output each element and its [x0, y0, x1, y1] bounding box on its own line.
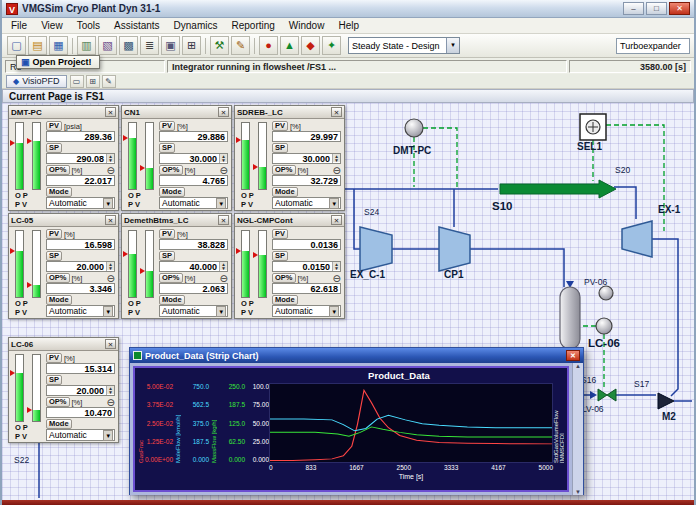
reset-integrator-icon[interactable]: ✦: [322, 36, 341, 55]
menu-dynamics[interactable]: Dynamics: [167, 19, 225, 32]
sp-input[interactable]: 20.000 ▴▾: [46, 261, 115, 272]
close-icon[interactable]: ✕: [105, 339, 116, 349]
mode-chevron-icon[interactable]: ▾: [103, 430, 113, 441]
run-integrator-icon[interactable]: ▲: [280, 36, 299, 55]
sp-spinner-icon[interactable]: ▴▾: [106, 262, 114, 271]
pfd-label-s24[interactable]: S24: [364, 207, 379, 217]
lock-icon[interactable]: ⊖: [220, 166, 228, 175]
faceplate-cn1[interactable]: CN1 ✕ OP PV PV [%] 29.886 SP 30.000: [121, 105, 232, 211]
pages-icon[interactable]: ▣: [161, 36, 180, 55]
strip-chart-titlebar[interactable]: Product_Data (Strip Chart) ✕: [130, 348, 583, 363]
stream-s20-arrow[interactable]: [500, 180, 616, 198]
strip-scrollbar[interactable]: ▲ ▼: [572, 363, 583, 495]
lock-icon[interactable]: ⊖: [333, 274, 341, 283]
mode-chip[interactable]: Mode: [46, 295, 72, 305]
close-icon[interactable]: ✕: [218, 107, 229, 117]
lock-icon[interactable]: ⊖: [220, 274, 228, 283]
scroll-up-icon[interactable]: ▲: [573, 363, 583, 369]
pv-chip[interactable]: PV: [46, 121, 62, 131]
valve-lv-06[interactable]: [598, 389, 616, 401]
mode-chip[interactable]: Mode: [272, 187, 298, 197]
separator-vessel[interactable]: [560, 287, 580, 349]
valve-pv-06-symbol[interactable]: [599, 286, 613, 300]
controller-dmt-pc-symbol[interactable]: [405, 119, 423, 137]
summary-table-icon[interactable]: ▩: [119, 36, 138, 55]
faceplate-lc-06[interactable]: LC-06 ✕ OP PV PV [%] 15.314 SP 20.000: [8, 337, 119, 443]
pfd-label-sel1[interactable]: SEL1: [577, 141, 602, 152]
unit-name-box[interactable]: Turboexpander: [616, 38, 690, 54]
sp-input[interactable]: 20.000 ▴▾: [46, 385, 115, 396]
mode-chevron-icon[interactable]: ▾: [216, 198, 226, 209]
sp-spinner-icon[interactable]: ▴▾: [332, 262, 340, 271]
mode-chevron-icon[interactable]: ▾: [103, 306, 113, 317]
sp-chip[interactable]: SP: [159, 251, 175, 261]
hold-integrator-icon[interactable]: ◆: [301, 36, 320, 55]
op-chip[interactable]: OP%: [272, 165, 296, 175]
calculator-icon[interactable]: ⊞: [182, 36, 201, 55]
menu-assistants[interactable]: Assistants: [107, 19, 167, 32]
pv-chip[interactable]: PV: [46, 229, 62, 239]
controller-lc-06-symbol[interactable]: [596, 318, 612, 334]
flowsheet-canvas[interactable]: DMT-PC SEL1 S20 S10 S24 EX_C-1 CP1 EX-1 …: [2, 103, 694, 500]
sp-chip[interactable]: SP: [46, 143, 62, 153]
workbook-icon[interactable]: ▥: [77, 36, 96, 55]
sp-chip[interactable]: SP: [46, 251, 62, 261]
close-icon[interactable]: ✕: [331, 107, 342, 117]
op-chip[interactable]: OP%: [272, 273, 296, 283]
faceplate-demethbtms-lc[interactable]: DemethBtms_LC ✕ OP PV PV [%] 38.828 SP 4…: [121, 213, 232, 319]
sp-spinner-icon[interactable]: ▴▾: [219, 262, 227, 271]
faceplate-titlebar[interactable]: LC-05 ✕: [9, 214, 118, 227]
sp-chip[interactable]: SP: [46, 375, 62, 385]
faceplate-titlebar[interactable]: DemethBtms_LC ✕: [122, 214, 231, 227]
pfd-label-dmt-pc[interactable]: DMT-PC: [393, 145, 431, 156]
pfd-label-s22[interactable]: S22: [14, 455, 29, 465]
faceplate-ngl-cmpcont[interactable]: NGL-CMPCont ✕ OP PV PV 0.0136 SP 0.0150: [234, 213, 345, 319]
tools-icon[interactable]: ⚒: [210, 36, 229, 55]
sp-chip[interactable]: SP: [159, 143, 175, 153]
pfd-view-icon[interactable]: ▧: [98, 36, 117, 55]
pfd-page-icon[interactable]: ▭: [70, 75, 84, 88]
pfd-label-ex-c-1[interactable]: EX_C-1: [350, 269, 385, 280]
sp-input[interactable]: 290.08 ▴▾: [46, 153, 115, 164]
pv-chip[interactable]: PV: [272, 121, 288, 131]
mode-select[interactable]: Automatic ▾: [159, 305, 228, 317]
sp-input[interactable]: 30.000 ▴▾: [272, 153, 341, 164]
report-icon[interactable]: ≣: [140, 36, 159, 55]
mode-select[interactable]: Automatic ▾: [46, 429, 115, 441]
pv-chip[interactable]: PV: [159, 229, 175, 239]
sp-input[interactable]: 40.000 ▴▾: [159, 261, 228, 272]
mode-chip[interactable]: Mode: [46, 419, 72, 429]
op-chip[interactable]: OP%: [46, 397, 70, 407]
mode-chevron-icon[interactable]: ▾: [216, 306, 226, 317]
faceplate-titlebar[interactable]: SDREB-_LC ✕: [235, 106, 344, 119]
lock-icon[interactable]: ⊖: [333, 166, 341, 175]
scroll-down-icon[interactable]: ▼: [573, 489, 583, 495]
lock-icon[interactable]: ⊖: [107, 398, 115, 407]
mode-select[interactable]: Steady State - Design ▾: [348, 37, 460, 54]
new-case-icon[interactable]: ▢: [7, 36, 26, 55]
mode-chip[interactable]: Mode: [159, 295, 185, 305]
mode-chevron-icon[interactable]: ▾: [329, 198, 339, 209]
menu-file[interactable]: File: [4, 19, 34, 32]
minimize-button[interactable]: –: [623, 2, 644, 15]
menu-window[interactable]: Window: [282, 19, 332, 32]
current-page-bar[interactable]: Current Page is FS1: [2, 89, 694, 103]
close-icon[interactable]: ✕: [331, 215, 342, 225]
lock-icon[interactable]: ⊖: [107, 166, 115, 175]
stop-integrator-icon[interactable]: ●: [259, 36, 278, 55]
pv-chip[interactable]: PV: [159, 121, 175, 131]
mode-select[interactable]: Automatic ▾: [272, 305, 341, 317]
sp-input[interactable]: 0.0150 ▴▾: [272, 261, 341, 272]
sp-spinner-icon[interactable]: ▴▾: [332, 154, 340, 163]
mode-select[interactable]: Automatic ▾: [159, 197, 228, 209]
faceplate-sdreb-lc[interactable]: SDREB-_LC ✕ OP PV PV [%] 29.997 SP 30.00…: [234, 105, 345, 211]
op-chip[interactable]: OP%: [159, 273, 183, 283]
sp-spinner-icon[interactable]: ▴▾: [219, 154, 227, 163]
pfd-label-lc-06[interactable]: LC-06: [588, 337, 620, 349]
sp-chip[interactable]: SP: [272, 143, 288, 153]
menu-tools[interactable]: Tools: [70, 19, 107, 32]
op-chip[interactable]: OP%: [46, 165, 70, 175]
maximize-button[interactable]: □: [646, 2, 667, 15]
pfd-edit-icon[interactable]: ✎: [102, 75, 116, 88]
close-button[interactable]: ✕: [669, 2, 690, 15]
